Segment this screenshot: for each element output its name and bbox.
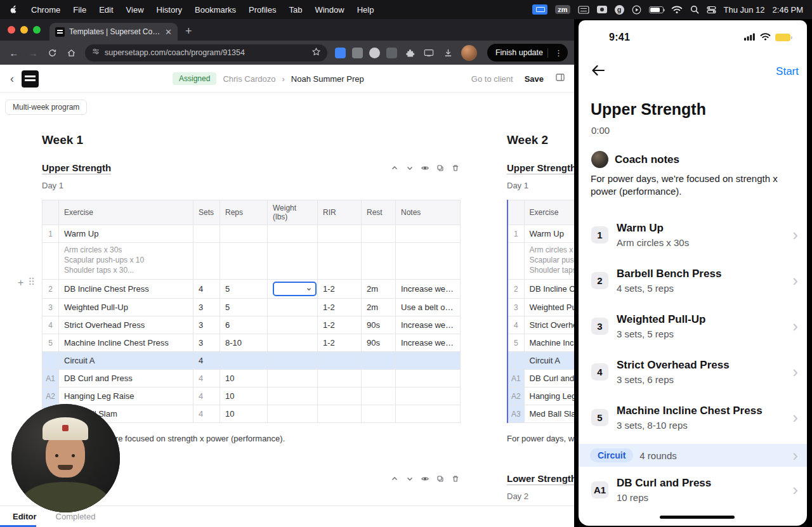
extension-icon-gray[interactable] <box>352 48 363 58</box>
menubar-item[interactable]: Chrome <box>25 5 67 15</box>
forward-button[interactable]: → <box>24 44 42 62</box>
cell[interactable] <box>362 387 396 405</box>
exercise-row[interactable]: 2 Barbell Bench Press 4 sets, 5 reps › <box>579 257 807 303</box>
browser-tab[interactable]: Templates | Superset Coach ✕ <box>49 23 178 41</box>
menubar-item[interactable]: History <box>150 5 188 15</box>
save-button[interactable]: Save <box>525 74 544 84</box>
site-settings-icon[interactable] <box>91 47 100 58</box>
exercise-row[interactable]: 3 Weighted Pull-Up 3 sets, 5 reps › <box>579 303 807 349</box>
menubar-item[interactable]: View <box>120 5 150 15</box>
exercise-name-cell[interactable]: Warm Up <box>59 225 193 243</box>
circuit-exercise-row[interactable]: A1 DB Curl and Press 10 reps › <box>579 467 807 512</box>
exercise-row[interactable]: 2 DB Incline Chest Press 4 5 1-2 2m <box>43 280 461 299</box>
cell[interactable] <box>318 370 362 387</box>
exercise-name-cell[interactable]: Hanging Leg Raise <box>59 387 193 405</box>
duplicate-icon[interactable] <box>436 474 445 483</box>
exercise-name-cell[interactable]: DB Incline Chest Press <box>59 280 193 299</box>
control-center-icon[interactable] <box>707 6 716 14</box>
cell[interactable] <box>318 352 362 370</box>
menubar-item[interactable]: Bookmarks <box>188 5 242 15</box>
drag-handle-icon[interactable] <box>28 277 35 289</box>
cell[interactable] <box>268 225 318 243</box>
cell[interactable] <box>362 225 396 243</box>
downloads-icon[interactable] <box>439 44 457 62</box>
back-chevron-icon[interactable]: ‹ <box>10 72 14 86</box>
circuit-exercise-row[interactable]: A2 Hanging Leg Raise 4 10 <box>508 387 574 405</box>
cell[interactable] <box>193 243 220 280</box>
wifi-icon[interactable] <box>671 6 683 14</box>
cell[interactable] <box>220 243 268 280</box>
screen-mirroring-icon[interactable] <box>532 4 547 15</box>
preview-eye-icon[interactable] <box>421 164 429 172</box>
side-panel-toggle-icon[interactable] <box>555 72 565 85</box>
tab-share-icon[interactable] <box>420 44 438 62</box>
exercise-row[interactable]: 4 Strict Overhead Press 3 sets, 6 reps › <box>579 349 807 394</box>
circuit-exercise-row[interactable]: A3 Med Ball Slam 4 10 <box>43 405 461 423</box>
cell[interactable] <box>220 225 268 243</box>
add-row-icon[interactable]: + <box>18 277 23 289</box>
cell[interactable] <box>396 243 461 280</box>
grammarly-icon[interactable]: g <box>615 5 624 15</box>
zoom-menubar-icon[interactable]: zm <box>555 5 570 14</box>
go-to-client-link[interactable]: Go to client <box>471 74 513 84</box>
exercise-name-cell[interactable]: Weighted Pull-Up <box>59 299 193 316</box>
start-button[interactable]: Start <box>776 65 799 78</box>
apple-menu-icon[interactable] <box>9 4 18 15</box>
new-tab-button[interactable]: + <box>185 25 192 38</box>
cell[interactable] <box>268 405 318 423</box>
circuit-name-cell[interactable]: Circuit A <box>524 352 574 370</box>
rir-cell[interactable]: 1-2 <box>318 316 362 334</box>
rest-cell[interactable]: 90s <box>362 316 396 334</box>
menubar-time[interactable]: 2:46 PM <box>773 5 803 15</box>
rir-cell[interactable]: 1-2 <box>318 334 362 352</box>
delete-icon[interactable] <box>451 164 460 172</box>
cell[interactable] <box>193 225 220 243</box>
exercise-row[interactable]: 5 Machine Incline Chest Press 3 sets, 8-… <box>579 394 807 440</box>
move-down-icon[interactable] <box>405 474 414 483</box>
section-title-input[interactable]: Upper Strength <box>42 162 111 174</box>
exercise-name-cell[interactable]: Machine Incline Chest Press <box>59 334 193 352</box>
exercise-name-cell[interactable]: DB Curl and Press <box>524 370 574 387</box>
camera-icon[interactable] <box>597 6 607 13</box>
exercise-row[interactable]: 5 Machine Incline Chest Press 3 8-10 1-2… <box>508 334 574 352</box>
section-title-input[interactable]: Upper Strength <box>507 162 574 174</box>
circuit-band[interactable]: Circuit 4 rounds › <box>579 444 807 467</box>
back-button[interactable]: ← <box>5 44 23 62</box>
exercise-name-cell[interactable]: Strict Overhead Press <box>59 316 193 334</box>
exercise-row[interactable]: 1 Warm Up <box>508 225 574 243</box>
back-arrow-icon[interactable] <box>591 65 605 79</box>
exercise-row[interactable]: 3 Weighted Pull-Up 3 5 1-2 2m Use a belt… <box>508 299 574 316</box>
menubar-date[interactable]: Thu Jun 12 <box>724 5 765 15</box>
delete-icon[interactable] <box>451 474 460 483</box>
sets-cell[interactable]: 4 <box>193 280 220 299</box>
kebab-menu-icon[interactable]: ⋮ <box>553 48 565 58</box>
reload-button[interactable] <box>43 44 61 62</box>
exercise-name-cell[interactable]: Warm Up <box>524 225 574 243</box>
exercise-row[interactable]: 2 DB Incline Chest Press 4 5 1-2 2m <box>508 280 574 299</box>
program-type-chip[interactable]: Multi-week program <box>5 100 87 115</box>
reps-cell[interactable]: 10 <box>220 405 268 423</box>
exercise-name-cell[interactable]: DB Curl and Press <box>59 370 193 387</box>
reps-cell[interactable]: 10 <box>220 370 268 387</box>
tab-editor[interactable]: Editor <box>13 512 37 521</box>
menubar-item[interactable]: Window <box>308 5 350 15</box>
home-button[interactable] <box>62 44 80 62</box>
menubar-item[interactable]: Edit <box>93 5 119 15</box>
keyboard-icon[interactable] <box>578 6 589 14</box>
reps-cell[interactable]: 5 <box>220 299 268 316</box>
menubar-item[interactable]: Profiles <box>242 5 282 15</box>
exercise-name-cell[interactable]: Weighted Pull-Up <box>524 299 574 316</box>
extensions-puzzle-icon[interactable] <box>401 44 419 62</box>
rir-cell[interactable]: 1-2 <box>318 280 362 299</box>
cell[interactable] <box>396 387 461 405</box>
bookmark-star-icon[interactable] <box>311 47 321 59</box>
address-bar[interactable]: supersetapp.com/coach/program/91354 <box>85 44 327 62</box>
profile-avatar[interactable] <box>461 45 477 61</box>
warmup-details-cell[interactable]: Arm circles x 30s Scapular push-ups x 10… <box>59 243 193 280</box>
exercise-row[interactable]: 1 Warm Up <box>43 225 461 243</box>
notes-cell[interactable]: Use a belt or h... <box>396 299 461 316</box>
superset-logo[interactable] <box>22 70 39 88</box>
weight-cell[interactable] <box>268 334 318 352</box>
extension-icon-ghost[interactable] <box>369 48 380 58</box>
exercise-row[interactable]: 1 Warm Up Arm circles x 30s › <box>579 212 807 257</box>
